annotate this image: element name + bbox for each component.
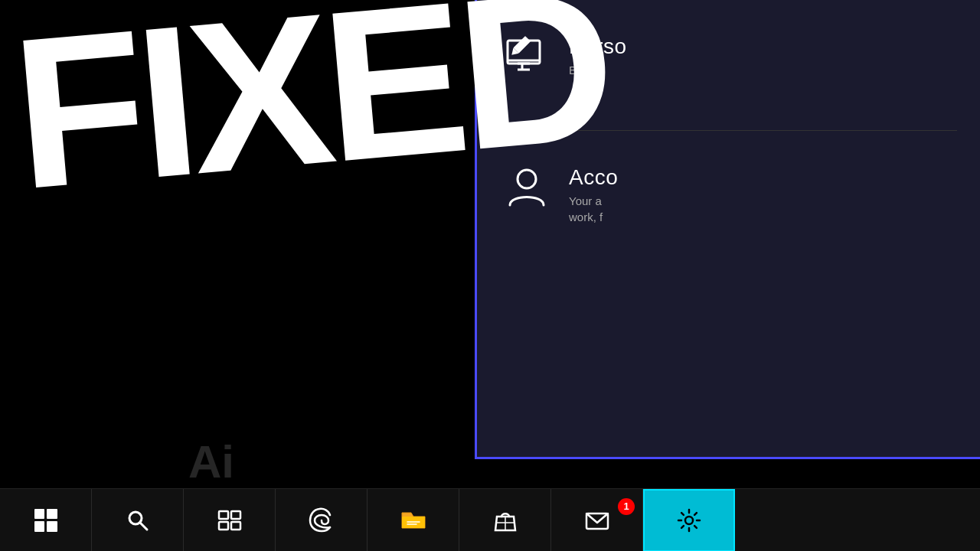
mail-badge: 1 (618, 498, 635, 515)
svg-point-20 (685, 517, 693, 524)
file-explorer-button[interactable] (368, 489, 459, 552)
svg-rect-13 (231, 522, 240, 530)
accounts-subtitle: Your a work, f (569, 193, 618, 225)
edge-icon (309, 507, 335, 533)
ai-watermark: Ai (188, 435, 234, 488)
task-view-icon (217, 508, 242, 533)
start-button[interactable] (0, 489, 92, 552)
search-button[interactable] (92, 489, 184, 552)
search-icon (126, 508, 150, 533)
edge-button[interactable] (276, 489, 368, 552)
store-icon (492, 507, 518, 533)
svg-line-9 (140, 523, 147, 530)
mail-button[interactable]: 1 (551, 489, 643, 552)
svg-rect-10 (219, 511, 228, 519)
folder-icon (400, 507, 427, 534)
windows-logo-icon (34, 509, 57, 532)
svg-rect-11 (231, 511, 240, 519)
fixed-title: FIXED (6, 0, 616, 221)
mail-icon (584, 507, 610, 533)
taskbar: 1 (0, 488, 980, 551)
task-view-button[interactable] (184, 489, 276, 552)
store-button[interactable] (459, 489, 551, 552)
settings-icon (676, 507, 702, 533)
main-content: FIXED Ai (0, 0, 980, 488)
settings-button[interactable] (643, 489, 735, 552)
svg-rect-12 (219, 522, 228, 530)
